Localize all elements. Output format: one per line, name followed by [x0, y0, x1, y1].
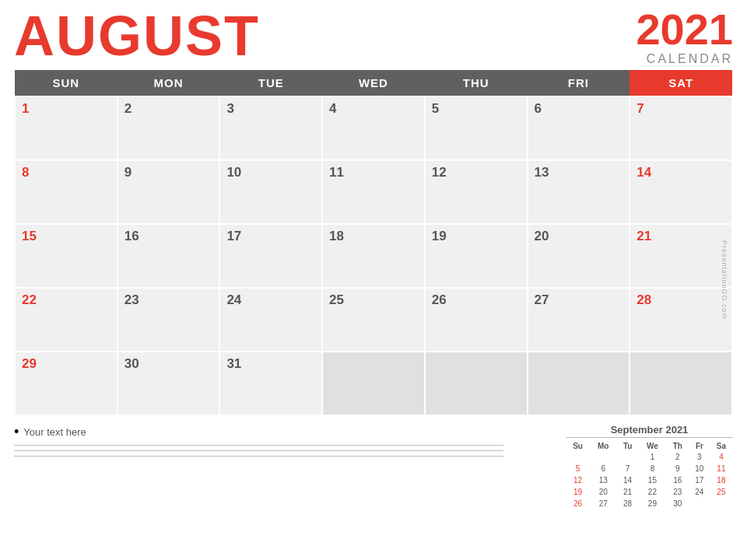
mini-day: 26: [566, 498, 590, 509]
calendar-day: 7: [630, 96, 732, 160]
mini-calendar-grid: SuMoTuWeThFrSa 1234567891011121314151617…: [566, 441, 733, 509]
calendar-day: 3: [219, 96, 322, 160]
calendar-day: 13: [528, 160, 630, 224]
page-header: AUGUST 2021 CALENDAR: [0, 0, 747, 70]
calendar-week-5: 293031: [15, 352, 732, 415]
notes-section: • Your text here: [14, 424, 558, 461]
mini-header-day: Su: [566, 441, 590, 451]
mini-header-day: Th: [666, 441, 689, 451]
calendar-day: 30: [117, 352, 220, 415]
mini-day: 8: [639, 463, 666, 474]
calendar-day: 28: [630, 288, 732, 352]
mini-week-1: 1234: [566, 451, 733, 463]
mini-day: 15: [639, 474, 666, 486]
bullet-icon: •: [14, 424, 19, 440]
mini-week-4: 19202122232425: [566, 486, 733, 498]
calendar-day: 18: [322, 224, 425, 288]
mini-day: 14: [616, 474, 639, 486]
mini-day: 9: [666, 463, 689, 474]
mini-weekday-row: SuMoTuWeThFrSa: [566, 441, 733, 451]
mini-day: 6: [590, 463, 616, 474]
mini-day: [590, 451, 616, 463]
calendar-day: [528, 352, 630, 415]
mini-day: [616, 451, 639, 463]
calendar-day: 2: [117, 96, 220, 160]
header-fri: FRI: [528, 70, 630, 96]
mini-calendar: September 2021 SuMoTuWeThFrSa 1234567891…: [566, 424, 733, 509]
header-wed: WED: [322, 70, 425, 96]
header-mon: MON: [117, 70, 220, 96]
mini-day: 18: [710, 474, 733, 486]
calendar-day: 23: [117, 288, 220, 352]
mini-day: 2: [666, 451, 689, 463]
calendar-week-2: 891011121314: [15, 160, 732, 224]
year-number: 2021: [636, 8, 733, 51]
mini-day: 10: [689, 463, 710, 474]
mini-day: 7: [616, 463, 639, 474]
mini-day: 22: [639, 486, 666, 498]
mini-day: 5: [566, 463, 590, 474]
mini-day: 16: [666, 474, 689, 486]
mini-day: 25: [710, 486, 733, 498]
mini-day: 11: [710, 463, 733, 474]
mini-week-5: 2627282930: [566, 498, 733, 509]
mini-day: 21: [616, 486, 639, 498]
calendar-day: 22: [15, 288, 117, 352]
calendar-day: [630, 352, 732, 415]
mini-day: 17: [689, 474, 710, 486]
calendar-day: 14: [630, 160, 732, 224]
notes-bullet: • Your text here: [14, 424, 558, 440]
mini-day: 27: [590, 498, 616, 509]
mini-day: 3: [689, 451, 710, 463]
mini-header-day: Tu: [616, 441, 639, 451]
calendar-day: 1: [15, 96, 117, 160]
calendar-day: 17: [219, 224, 322, 288]
calendar-day: 8: [15, 160, 117, 224]
year-block: 2021 CALENDAR: [636, 8, 733, 65]
calendar-day: 26: [425, 288, 528, 352]
watermark: PresentationGO.com: [721, 240, 728, 320]
mini-day: 30: [666, 498, 689, 509]
calendar-day: [322, 352, 425, 415]
calendar-day: 15: [15, 224, 117, 288]
calendar-week-1: 1234567: [15, 96, 732, 160]
calendar-day: 24: [219, 288, 322, 352]
calendar-container: SUN MON TUE WED THU FRI SAT 123456789101…: [0, 70, 747, 416]
mini-day: [710, 498, 733, 509]
calendar-week-4: 22232425262728: [15, 288, 732, 352]
calendar-day: 9: [117, 160, 220, 224]
header-sat: SAT: [630, 70, 732, 96]
mini-calendar-title: September 2021: [566, 424, 733, 438]
calendar-day: 19: [425, 224, 528, 288]
mini-header-day: Sa: [710, 441, 733, 451]
note-line-3: [14, 456, 503, 457]
mini-header-day: We: [639, 441, 666, 451]
mini-day: 4: [710, 451, 733, 463]
mini-day: 29: [639, 498, 666, 509]
mini-day: [566, 451, 590, 463]
footer: • Your text here September 2021 SuMoTuWe…: [0, 419, 747, 509]
calendar-day: 31: [219, 352, 322, 415]
calendar-day: 27: [528, 288, 630, 352]
calendar-day: 6: [528, 96, 630, 160]
calendar-day: 21: [630, 224, 732, 288]
mini-day: [689, 498, 710, 509]
mini-week-3: 12131415161718: [566, 474, 733, 486]
calendar-day: 10: [219, 160, 322, 224]
calendar-day: 5: [425, 96, 528, 160]
mini-day: 13: [590, 474, 616, 486]
calendar-grid: SUN MON TUE WED THU FRI SAT 123456789101…: [14, 70, 733, 416]
mini-header-day: Fr: [689, 441, 710, 451]
header-thu: THU: [425, 70, 528, 96]
note-text: Your text here: [23, 426, 86, 438]
mini-day: 12: [566, 474, 590, 486]
calendar-day: 29: [15, 352, 117, 415]
mini-week-2: 567891011: [566, 463, 733, 474]
calendar-label: CALENDAR: [636, 53, 733, 65]
mini-day: 19: [566, 486, 590, 498]
mini-day: 28: [616, 498, 639, 509]
mini-day: 20: [590, 486, 616, 498]
calendar-day: [425, 352, 528, 415]
mini-day: 23: [666, 486, 689, 498]
header-tue: TUE: [219, 70, 322, 96]
